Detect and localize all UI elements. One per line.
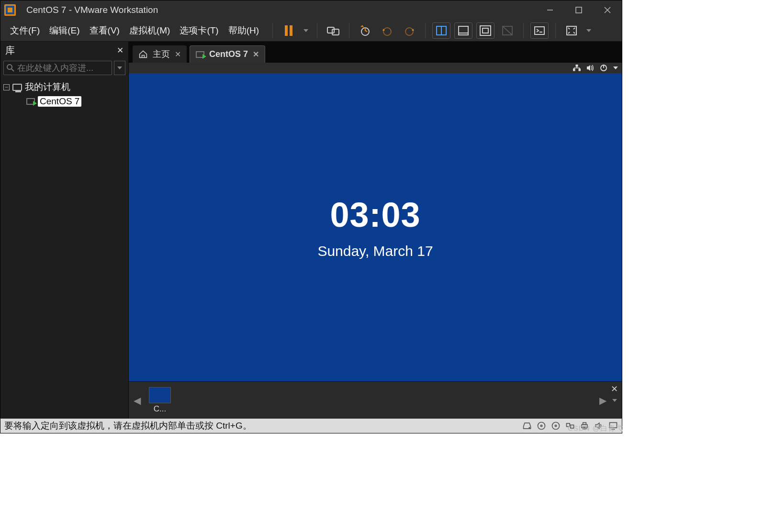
guest-top-bar [129,63,622,73]
menu-tabs[interactable]: 选项卡(T) [175,22,223,39]
power-icon[interactable] [600,64,607,72]
library-sidebar: 库 ✕ 在此处键入内容进... − 我的计算机 CentOS 7 [0,42,129,419]
tab-bar: 主页 ✕ CentOS 7 ✕ [129,42,622,63]
tab-vm-label: CentOS 7 [209,49,248,59]
library-title: 库 [5,44,15,57]
svg-rect-25 [579,69,581,71]
svg-line-22 [11,69,14,71]
vm-view[interactable]: 03:03 Sunday, March 17 [129,63,622,381]
tree-collapse-icon[interactable]: − [3,84,10,90]
tab-home-close-icon[interactable]: ✕ [175,50,181,59]
status-hint: 要将输入定向到该虚拟机，请在虚拟机内部单击或按 Ctrl+G。 [4,420,252,432]
thumbnail-bar: ◀ C... ▶ ✕ [129,381,622,419]
view-unity-button[interactable] [476,22,494,39]
app-logo-icon [4,4,16,16]
network-icon[interactable] [573,65,581,71]
svg-rect-23 [576,65,578,66]
status-bar: 要将输入定向到该虚拟机，请在虚拟机内部单击或按 Ctrl+G。 [0,419,622,433]
menu-view[interactable]: 查看(V) [85,22,124,39]
thumb-next-button[interactable]: ▶ [599,395,607,406]
enter-cli-button[interactable] [530,22,549,39]
view-console-disabled-button [498,22,517,39]
fullscreen-button[interactable] [562,22,581,39]
library-search-input[interactable]: 在此处键入内容进... [3,61,112,75]
tree-root-label: 我的计算机 [25,81,70,93]
menu-help[interactable]: 帮助(H) [224,22,264,39]
power-dropdown[interactable] [302,29,310,32]
title-bar: CentOS 7 - VMware Workstation [0,0,622,20]
menu-bar: 文件(F) 编辑(E) 查看(V) 虚拟机(M) 选项卡(T) 帮助(H) [0,20,622,42]
menu-vm[interactable]: 虚拟机(M) [124,22,175,39]
cd2-icon[interactable] [551,421,561,431]
tree-item-centos7[interactable]: CentOS 7 [3,94,125,109]
vm-icon [26,98,35,105]
library-search-placeholder: 在此处键入内容进... [17,62,93,74]
svg-point-32 [529,427,530,428]
guest-lock-screen[interactable]: 03:03 Sunday, March 17 [129,73,622,381]
svg-point-36 [555,425,556,426]
menu-file[interactable]: 文件(F) [5,22,45,39]
computer-icon [12,84,22,91]
view-side-by-side-button[interactable] [432,22,450,39]
snapshot-manager-button[interactable] [400,22,418,39]
library-search-dropdown[interactable] [114,61,125,75]
watermark: CSDN @白青弋 [568,424,623,433]
vm-icon [196,51,204,58]
svg-rect-15 [480,26,491,35]
maximize-button[interactable] [564,0,593,20]
tab-home-label: 主页 [153,48,170,60]
svg-rect-5 [290,25,292,36]
harddisk-icon[interactable] [522,421,532,431]
library-tree: − 我的计算机 CentOS 7 [0,78,128,111]
cd-icon[interactable] [537,421,546,431]
svg-rect-13 [459,26,468,35]
svg-point-9 [383,28,391,35]
library-close-icon[interactable]: ✕ [117,45,124,55]
svg-rect-6 [327,27,334,33]
tab-vm-close-icon[interactable]: ✕ [253,50,259,59]
svg-point-33 [538,422,545,430]
snapshot-revert-button[interactable] [378,22,396,39]
svg-rect-19 [535,27,544,34]
volume-icon[interactable] [586,65,594,71]
thumbnail-label: C... [154,404,166,414]
menu-edit[interactable]: 编辑(E) [45,22,84,39]
svg-line-18 [503,26,512,35]
close-button[interactable] [593,0,622,20]
pause-button[interactable] [280,22,298,39]
snapshot-take-button[interactable] [356,22,374,39]
thumbnail-centos7[interactable]: C... [147,387,172,414]
tab-centos7[interactable]: CentOS 7 ✕ [190,45,265,63]
view-single-button[interactable] [454,22,472,39]
guest-clock: 03:03 [330,195,420,234]
svg-point-10 [405,28,413,35]
minimize-button[interactable] [536,0,564,20]
fullscreen-dropdown[interactable] [584,29,593,32]
svg-point-35 [552,422,560,430]
svg-point-21 [7,65,12,69]
thumb-prev-button[interactable]: ◀ [134,395,141,406]
send-ctrl-alt-del-button[interactable] [324,22,342,39]
guest-menu-dropdown-icon[interactable] [613,66,618,69]
thumb-menu-button[interactable] [612,399,617,402]
svg-rect-20 [567,26,576,35]
thumbnail-image [149,387,171,403]
svg-rect-24 [573,69,575,71]
svg-rect-7 [332,29,339,35]
tab-home[interactable]: 主页 ✕ [133,45,187,63]
tree-item-label: CentOS 7 [38,96,81,107]
toolbar [270,20,593,41]
home-icon [138,50,148,58]
guest-date: Sunday, March 17 [317,243,433,259]
search-icon [7,64,14,72]
thumb-close-button[interactable]: ✕ [611,384,618,394]
tree-root-my-computer[interactable]: − 我的计算机 [3,80,125,94]
svg-rect-4 [285,25,288,36]
window-title: CentOS 7 - VMware Workstation [26,5,158,15]
svg-point-34 [540,425,542,426]
svg-rect-1 [576,7,582,13]
svg-rect-16 [483,28,488,33]
